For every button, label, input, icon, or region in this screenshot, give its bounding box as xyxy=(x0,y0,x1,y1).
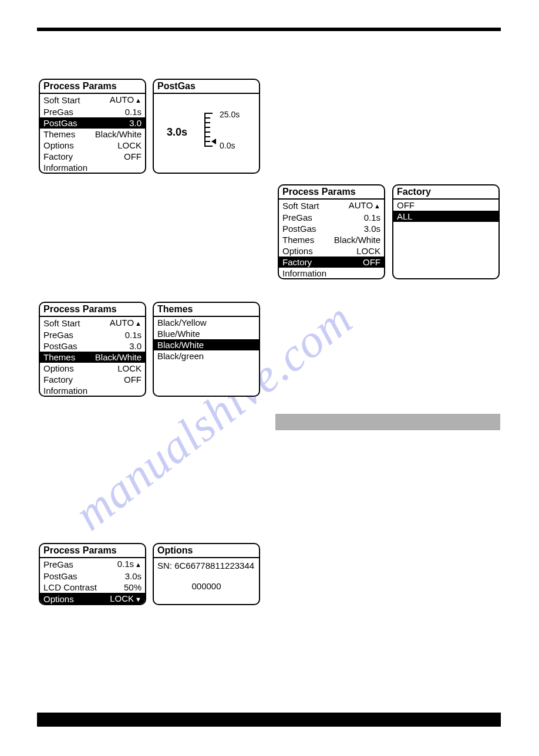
param-value: LOCK xyxy=(117,363,142,374)
option-label: Black/White xyxy=(157,339,204,350)
list-item[interactable]: Options LOCK xyxy=(40,140,145,151)
watermark: manualshive.com xyxy=(65,210,539,756)
param-value: 0.1s xyxy=(125,106,142,117)
param-value: OFF xyxy=(124,374,142,385)
param-label: LCD Contrast xyxy=(43,582,97,593)
list-item[interactable]: PreGas 0.1s xyxy=(40,329,145,340)
option-label: Black/green xyxy=(157,350,204,362)
list-item[interactable]: Soft Start AUTO▲ xyxy=(40,317,145,329)
list-item[interactable]: Black/White xyxy=(154,339,259,350)
option-label: Blue/White xyxy=(157,328,200,339)
list-item[interactable]: PreGas 0.1s▲ xyxy=(40,558,145,571)
postgas-max: 25.0s xyxy=(220,110,240,119)
param-label: Themes xyxy=(43,352,75,363)
list-item[interactable]: Information xyxy=(40,162,145,173)
param-label: Information xyxy=(43,162,87,173)
param-value: 3.0s xyxy=(364,223,380,234)
param-value: 3.0s xyxy=(125,571,142,582)
list-item[interactable]: PostGas 3.0s xyxy=(279,223,384,234)
param-value: OFF xyxy=(124,151,142,162)
param-label: PostGas xyxy=(282,223,316,234)
list-item[interactable]: ALL xyxy=(393,211,498,222)
scroll-up-icon: ▲ xyxy=(374,203,380,210)
param-value: 0.1s xyxy=(125,329,142,340)
param-value: AUTO▲ xyxy=(349,200,380,212)
param-label: PostGas xyxy=(43,117,78,129)
param-label: Soft Start xyxy=(43,95,80,106)
option-label: OFF xyxy=(397,200,415,211)
param-label: Options xyxy=(43,593,74,605)
param-value: 0.1s▲ xyxy=(117,558,142,571)
list-item[interactable]: Themes Black/White xyxy=(279,234,384,245)
scroll-up-icon: ▲ xyxy=(135,320,142,327)
param-label: Factory xyxy=(43,374,73,385)
options-panel: Options SN: 6C66778811223344 000000 xyxy=(153,543,260,605)
process-params-panel-postgas-selected: Process Params Soft Start AUTO▲ PreGas 0… xyxy=(39,79,146,174)
list-item[interactable]: Information xyxy=(40,385,145,396)
list-item[interactable]: Options LOCK▼ xyxy=(40,593,145,605)
scroll-up-icon: ▲ xyxy=(135,97,142,104)
process-params-panel-factory-selected: Process Params Soft Start AUTO▲ PreGas 0… xyxy=(278,184,385,279)
list-item[interactable]: Soft Start AUTO▲ xyxy=(40,94,145,106)
list-item[interactable]: Options LOCK xyxy=(40,363,145,374)
param-value: LOCK xyxy=(356,245,380,256)
list-item[interactable]: PostGas 3.0 xyxy=(40,340,145,352)
param-value: LOCK xyxy=(117,140,142,151)
param-label: Themes xyxy=(282,234,314,245)
gauge-pointer-icon xyxy=(211,139,216,144)
option-label: ALL xyxy=(397,211,413,222)
scroll-up-icon: ▲ xyxy=(135,561,142,568)
param-value: 50% xyxy=(124,582,142,593)
param-label: Soft Start xyxy=(43,318,80,329)
param-value: Black/White xyxy=(95,129,142,140)
panel-title: Process Params xyxy=(279,185,384,200)
list-item[interactable]: Themes Black/White xyxy=(40,129,145,140)
list-item[interactable]: OFF xyxy=(393,200,498,211)
list-item[interactable]: Information xyxy=(279,268,384,279)
list-item[interactable]: Factory OFF xyxy=(40,151,145,162)
param-value: OFF xyxy=(363,256,380,268)
list-item[interactable]: Soft Start AUTO▲ xyxy=(279,200,384,212)
param-label: Options xyxy=(43,363,74,374)
param-label: Options xyxy=(43,140,74,151)
postgas-current-value: 3.0s xyxy=(167,126,187,139)
param-label: PreGas xyxy=(282,212,312,223)
list-item[interactable]: PreGas 0.1s xyxy=(40,106,145,117)
param-label: Themes xyxy=(43,129,75,140)
postgas-min: 0.0s xyxy=(220,141,235,150)
list-item[interactable]: Factory OFF xyxy=(40,374,145,385)
grey-section-bar xyxy=(275,414,500,430)
list-item[interactable]: Black/green xyxy=(154,350,259,362)
param-label: PostGas xyxy=(43,340,78,352)
list-item[interactable]: Options LOCK xyxy=(279,245,384,256)
param-label: PreGas xyxy=(43,329,73,340)
panel-title: Factory xyxy=(393,185,498,200)
list-item[interactable]: PostGas 3.0 xyxy=(40,117,145,129)
options-code: 000000 xyxy=(157,581,255,591)
list-item[interactable]: LCD Contrast 50% xyxy=(40,582,145,593)
list-item[interactable]: Blue/White xyxy=(154,328,259,339)
param-label: Information xyxy=(43,385,87,396)
param-value: AUTO▲ xyxy=(110,317,142,329)
list-item[interactable]: Factory OFF xyxy=(279,256,384,268)
panel-title: Themes xyxy=(154,303,259,317)
panel-title: Process Params xyxy=(40,80,145,94)
option-label: Black/Yellow xyxy=(157,317,207,328)
list-item[interactable]: Black/Yellow xyxy=(154,317,259,328)
list-item[interactable]: Themes Black/White xyxy=(40,352,145,363)
serial-number: SN: 6C66778811223344 xyxy=(157,561,255,571)
list-item[interactable]: PreGas 0.1s xyxy=(279,212,384,223)
postgas-gauge[interactable]: 3.0s 25.0s 0.0s xyxy=(154,94,259,164)
param-value: Black/White xyxy=(334,234,380,245)
param-value: 3.0 xyxy=(129,340,142,352)
process-params-panel-themes-selected: Process Params Soft Start AUTO▲ PreGas 0… xyxy=(39,302,146,397)
panel-title: PostGas xyxy=(154,80,259,94)
process-params-panel-options-selected: Process Params PreGas 0.1s▲ PostGas 3.0s… xyxy=(39,543,146,605)
param-label: Factory xyxy=(43,151,73,162)
panel-title: Process Params xyxy=(40,544,145,558)
panel-title: Options xyxy=(154,544,259,558)
param-label: PostGas xyxy=(43,571,78,582)
param-label: Information xyxy=(282,268,326,279)
list-item[interactable]: PostGas 3.0s xyxy=(40,571,145,582)
param-value: 0.1s xyxy=(364,212,380,223)
